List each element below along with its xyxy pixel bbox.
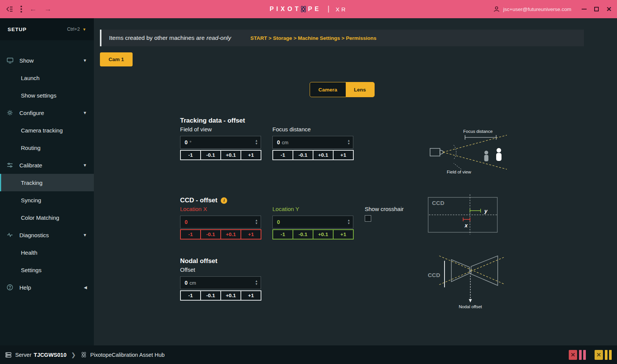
logo-text-left: PIXOT <box>270 6 301 13</box>
spinner-arrows-icon[interactable]: ▲▼ <box>255 280 258 286</box>
engine-stop-yellow-icon[interactable]: ✕ <box>595 350 603 360</box>
step-plus-1-button[interactable]: +1 <box>333 229 354 240</box>
server-icon <box>5 352 11 358</box>
sidebar-item-show-settings[interactable]: Show settings <box>0 87 94 104</box>
step-plus-1-button[interactable]: +1 <box>240 150 261 160</box>
server-name[interactable]: TJCGWS010 <box>34 352 66 358</box>
location-y-input[interactable]: 0 ▲▼ <box>272 216 353 228</box>
spinner-arrows-icon[interactable]: ▲▼ <box>347 219 350 225</box>
chevron-down-icon[interactable]: ▼ <box>82 27 86 32</box>
minimize-button[interactable] <box>582 9 587 9</box>
step-minus-0-1-button[interactable]: -0.1 <box>200 290 221 301</box>
tab-lens[interactable]: Lens <box>346 82 375 97</box>
asset-hub-label[interactable]: PixotopeCalibration Asset Hub <box>90 352 165 358</box>
maximize-button[interactable] <box>594 7 599 11</box>
sidebar-item-help[interactable]: Help ◀ <box>0 279 94 296</box>
sidebar-item-label: Configure <box>19 110 44 116</box>
kebab-menu-icon[interactable] <box>21 5 22 13</box>
location-x-steppers: -1 -0.1 +0.1 +1 <box>180 229 261 240</box>
step-plus-0-1-button[interactable]: +0.1 <box>220 290 241 301</box>
svg-text:Nodal offset: Nodal offset <box>459 304 482 309</box>
step-minus-0-1-button[interactable]: -0.1 <box>293 150 313 160</box>
chevron-down-icon: ▼ <box>83 110 87 115</box>
cam1-button[interactable]: Cam 1 <box>100 52 133 66</box>
engine-pause-yellow-icon[interactable] <box>605 350 612 360</box>
sidebar: SETUP Ctrl+2 ▼ Show ▼ Launch Show settin… <box>0 18 94 345</box>
sidebar-item-syncing[interactable]: Syncing <box>0 191 94 209</box>
sidebar-item-diagnostics[interactable]: Diagnostics ▼ <box>0 226 94 244</box>
sidebar-item-color-matching[interactable]: Color Matching <box>0 209 94 226</box>
step-plus-0-1-button[interactable]: +0.1 <box>313 229 334 240</box>
step-minus-0-1-button[interactable]: -0.1 <box>200 229 221 240</box>
engine-stop-red-icon[interactable]: ✕ <box>569 350 577 360</box>
server-label: Server <box>15 352 32 358</box>
sidebar-mode-selector[interactable]: SETUP Ctrl+2 ▼ <box>0 18 94 40</box>
sidebar-item-launch[interactable]: Launch <box>0 69 94 87</box>
step-minus-1-button[interactable]: -1 <box>272 150 293 160</box>
user-icon[interactable] <box>493 6 500 13</box>
back-icon[interactable]: ← <box>30 5 37 13</box>
field-of-view-value: 0 <box>185 139 188 145</box>
sidebar-item-tracking[interactable]: Tracking <box>0 174 94 191</box>
ccd-diagram: CCD y x <box>427 194 500 237</box>
sidebar-item-label: Diagnostics <box>19 232 49 238</box>
step-plus-0-1-button[interactable]: +0.1 <box>220 229 241 240</box>
svg-text:y: y <box>484 208 488 214</box>
offset-input[interactable]: 0 cm ▲▼ <box>180 276 261 289</box>
step-minus-0-1-button[interactable]: -0.1 <box>200 150 221 160</box>
focus-distance-unit: cm <box>282 140 288 145</box>
calibrate-icon <box>7 162 14 168</box>
focus-distance-steppers: -1 -0.1 +0.1 +1 <box>272 150 354 160</box>
sidebar-item-configure[interactable]: Configure ▼ <box>0 104 94 121</box>
step-plus-1-button[interactable]: +1 <box>240 229 261 240</box>
location-x-input[interactable]: 0 ▲▼ <box>180 216 261 228</box>
sidebar-item-settings[interactable]: Settings <box>0 261 94 279</box>
close-button[interactable]: ✕ <box>606 6 612 13</box>
chevron-down-icon: ▼ <box>83 163 87 167</box>
sidebar-item-calibrate[interactable]: Calibrate ▼ <box>0 156 94 174</box>
focus-distance-input[interactable]: 0 cm ▲▼ <box>272 136 353 149</box>
step-minus-0-1-button[interactable]: -0.1 <box>293 229 313 240</box>
step-minus-1-button[interactable]: -1 <box>180 229 201 240</box>
field-of-view-unit: ° <box>190 140 191 145</box>
step-minus-1-button[interactable]: -1 <box>180 150 201 160</box>
step-plus-0-1-button[interactable]: +0.1 <box>220 150 241 160</box>
focus-distance-label: Focus distance <box>272 126 311 132</box>
sidebar-item-health[interactable]: Health <box>0 244 94 261</box>
breadcrumb[interactable]: START > Storage > Machine Settings > Per… <box>250 35 377 41</box>
show-icon <box>7 57 14 63</box>
step-plus-1-button[interactable]: +1 <box>240 290 261 301</box>
location-x-value: 0 <box>185 219 188 225</box>
chevron-right-icon: ❯ <box>71 351 76 358</box>
user-email[interactable]: jsc+user@futureuniverse.com <box>503 6 571 12</box>
setup-shortcut: Ctrl+2 <box>67 27 80 32</box>
field-of-view-input[interactable]: 0 ° ▲▼ <box>180 136 261 149</box>
step-plus-0-1-button[interactable]: +0.1 <box>313 150 334 160</box>
offset-label: Offset <box>180 266 195 273</box>
configure-icon <box>7 110 14 116</box>
section-title-ccd-offset: CCD - offset i <box>180 197 227 204</box>
engine-pause-red-icon[interactable] <box>579 350 586 360</box>
sidebar-item-camera-tracking[interactable]: Camera tracking <box>0 121 94 139</box>
spinner-arrows-icon[interactable]: ▲▼ <box>347 139 350 145</box>
sidebar-item-routing[interactable]: Routing <box>0 139 94 156</box>
location-x-label: Location X <box>180 206 207 212</box>
show-crosshair-label: Show crosshair <box>365 206 404 212</box>
svg-text:CCD: CCD <box>428 272 440 278</box>
sidebar-item-label: Help <box>19 284 31 291</box>
step-minus-1-button[interactable]: -1 <box>180 290 201 301</box>
sidebar-item-label: Tracking <box>21 180 43 186</box>
forward-icon[interactable]: → <box>44 5 52 13</box>
step-minus-1-button[interactable]: -1 <box>272 229 293 240</box>
sidebar-item-show[interactable]: Show ▼ <box>0 52 94 69</box>
step-plus-1-button[interactable]: +1 <box>333 150 354 160</box>
logo-divider <box>328 6 329 13</box>
collapse-sidebar-icon[interactable] <box>6 6 13 12</box>
spinner-arrows-icon[interactable]: ▲▼ <box>255 139 258 145</box>
info-icon[interactable]: i <box>221 197 227 204</box>
spinner-arrows-icon[interactable]: ▲▼ <box>255 219 258 225</box>
tab-camera[interactable]: Camera <box>310 82 346 97</box>
field-of-view-label: Field of view <box>180 126 212 132</box>
show-crosshair-checkbox[interactable] <box>365 215 371 222</box>
chevron-down-icon: ▼ <box>83 58 87 63</box>
